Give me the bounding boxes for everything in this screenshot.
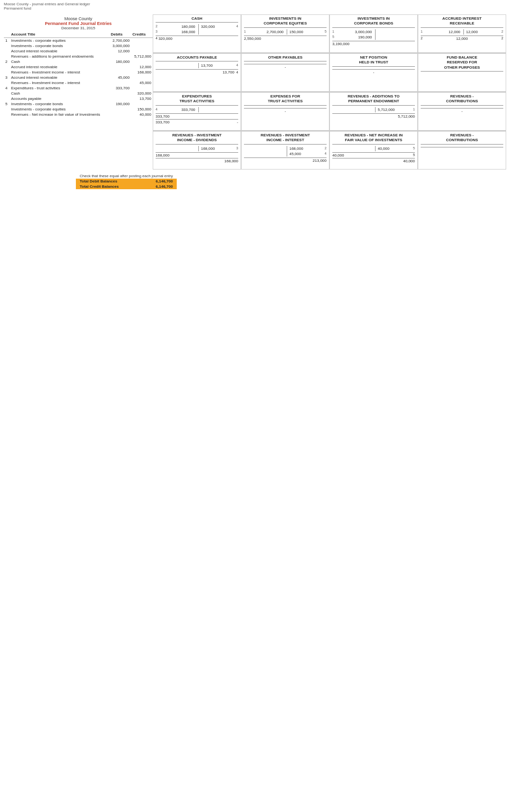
taccount-ri-left (244, 146, 284, 157)
taccount-entry: 45,000 4 (289, 151, 327, 157)
account-name: Revenues - Investment income - interest (10, 80, 109, 85)
table-row: Revenues - Investment income - interest … (4, 80, 153, 85)
taccount-balance-val: 13,700 (222, 70, 234, 74)
taccount-ap-body: 13,700 4 (156, 63, 238, 68)
taccount-inv-eq-title: INVESTMENTS INCORPORATE EQUITIES (244, 16, 327, 28)
taccount-entry: 4 333,700 (156, 107, 195, 112)
taccount-total-left: 40,000 (332, 153, 344, 158)
taccount-balance-val: 320,000 (158, 36, 172, 41)
taccount-rev-cont2: REVENUES -CONTRIBUTIONS (418, 131, 506, 170)
taccount-inv-eq-right: 150,000 5 (287, 29, 327, 35)
check-credit-val: 6,146,700 (142, 184, 177, 189)
taccount-rd-right: 168,000 3 (198, 146, 238, 151)
taccount-revenues-additions: REVENUES - ADDITIONS TOPERMANENT ENDOWME… (329, 92, 418, 131)
taccount-accrued-int-title: ACCRUED INTERESTRECEIVABLE (421, 16, 503, 28)
taccount-balance-ref-right: 2 (501, 36, 503, 41)
account-name: Accrued interest receivable (10, 64, 109, 70)
taccount-rev-net-title: REVENUES - NET INCREASE INFAIR VALUE OF … (332, 133, 415, 145)
taccount-entry: 168,000 2 (289, 146, 327, 151)
taccount-balance-val: 5,712,000 (398, 114, 415, 119)
taccount-balance-dash: - (237, 120, 238, 124)
check-debit-val: 6,146,700 (142, 179, 177, 184)
taccount-entry: 5 190,000 (332, 35, 372, 40)
table-row: 5 Investments - corporate bonds 190,000 (4, 101, 153, 107)
taccount-balance-val: 333,700 (156, 120, 170, 124)
taccount-rd-left (156, 146, 195, 151)
table-row: Investments - corporate bonds 3,000,000 (4, 43, 153, 48)
taccount-ra-right: 5,712,000 1 (375, 107, 415, 112)
taccount-total-left: 168,000 (156, 153, 170, 158)
entry-num: 3 (4, 75, 10, 80)
taccount-accrued-int: ACCRUED INTERESTRECEIVABLE 1 12,000 12,0… (418, 14, 506, 53)
taccount-revenues-contributions: REVENUES -CONTRIBUTIONS - (418, 92, 506, 131)
taccount-rev-add-body: 5,712,000 1 (332, 107, 415, 112)
taccount-entry: 5,712,000 1 (377, 107, 415, 112)
account-name: Investments - corporate equities (10, 107, 109, 112)
check-credit-label: Total Credit Balances (76, 184, 142, 189)
table-row: Revenues - Net increase in fair value of… (4, 112, 153, 117)
credit-val: 320,000 (131, 91, 153, 96)
entry-num: 1 (4, 38, 10, 44)
taccount-exp-trust-body: 4 333,700 (156, 107, 238, 112)
col-credits: Credits (131, 31, 153, 38)
credit-val: 168,000 (131, 70, 153, 75)
credit-val: 45,000 (131, 80, 153, 85)
taccount-cash-title: CASH (156, 16, 238, 23)
table-row: 2 Cash 180,000 (4, 59, 153, 64)
taccount-net-position-title: NET POSITIONHELD IN TRUST (332, 55, 415, 67)
col-account: Account Title (10, 31, 109, 38)
header-line2: Permanent fund (4, 6, 506, 11)
taccount-expenses-trust: EXPENSES FORTRUST ACTIVITIES - (241, 92, 329, 131)
taccount-exp-trust-title: EXPENDITURESTRUST ACTIVITIES (156, 94, 238, 106)
taccount-total-ref: 5 (413, 153, 415, 158)
taccount-balance-val: - (285, 109, 286, 113)
table-row: Investments - corporate equities 150,000 (4, 107, 153, 112)
table-row: Revenues - Investment income - interest … (4, 70, 153, 75)
taccount-cash: CASH 2 180,000 3 168,000 (153, 14, 241, 53)
taccount-inv-bonds: INVESTMENTS INCORPORATE BONDS 1 3,000,00… (329, 14, 418, 53)
debit-val: 190,000 (109, 101, 131, 107)
taccount-entry: 150,000 5 (289, 29, 327, 35)
entry-num: 2 (4, 59, 10, 64)
taccount-ap-right: 13,700 4 (198, 63, 238, 68)
debit-val: 45,000 (109, 75, 131, 80)
taccount-inv-bonds-body: 1 3,000,000 5 190,000 (332, 29, 415, 40)
taccount-total-val: 333,700 (156, 114, 170, 119)
taccount-expenditures-trust: EXPENDITURESTRUST ACTIVITIES 4 333,700 3… (153, 92, 241, 131)
credit-val: 150,000 (131, 107, 153, 112)
taccount-balance-val: - (285, 65, 286, 69)
taccount-rn-left (332, 146, 372, 151)
taccount-cash-body: 2 180,000 3 168,000 320,000 4 (156, 24, 238, 35)
entry-num: 4 (4, 85, 10, 91)
taccount-ap-left (156, 63, 195, 68)
taccount-inv-eq: INVESTMENTS INCORPORATE EQUITIES 1 2,700… (241, 14, 329, 53)
account-name: Revenues - Investment income - interest (10, 70, 109, 75)
taccount-entry: 168,000 3 (201, 146, 238, 151)
taccount-balance-ref-2: 2 (421, 36, 423, 41)
taccount-rev-net-body: 40,000 5 (332, 146, 415, 151)
account-name: Expenditures - trust activities (10, 85, 109, 91)
debit-val: 3,000,000 (109, 43, 131, 48)
journal-table: Account Title Debits Credits 1 Investmen… (4, 31, 153, 117)
journal-table-area: Moose County Permanent Fund Journal Entr… (4, 14, 153, 170)
taccount-balance-val: 213,000 (313, 158, 327, 163)
taccount-inv-eq-body: 1 2,700,000 150,000 5 (244, 29, 327, 35)
taccount-accrued-int-body: 1 12,000 12,000 2 (421, 29, 503, 35)
journal-header: Moose County Permanent Fund Journal Entr… (4, 14, 153, 31)
table-row: 4 Expenditures - trust activities 333,70… (4, 85, 153, 91)
taccount-entry: 320,000 4 (201, 24, 238, 29)
check-table: Check that these equal after posting eac… (76, 173, 177, 189)
taccount-other-payables-title: OTHER PAYABLES (244, 55, 327, 61)
county-name: Moose County (4, 16, 153, 21)
taccount-fund-balance-title: FUND BALANCERESERVED FOROTHER PURPOSES (421, 55, 503, 72)
taccount-net-position: NET POSITIONHELD IN TRUST - (329, 53, 418, 92)
taccount-accrued-int-left: 1 12,000 (421, 29, 461, 35)
col-debits: Debits (109, 31, 131, 38)
taccount-balance-val: 12,000 (456, 36, 468, 41)
account-name: Accrued interest receivable (10, 48, 109, 54)
taccount-ra-left (332, 107, 372, 112)
taccount-balance-val: 2,550,000 (244, 36, 261, 41)
taccount-entry: 40,000 5 (377, 146, 415, 151)
debit-val: 2,700,000 (109, 38, 131, 44)
account-name: Cash (10, 91, 109, 96)
